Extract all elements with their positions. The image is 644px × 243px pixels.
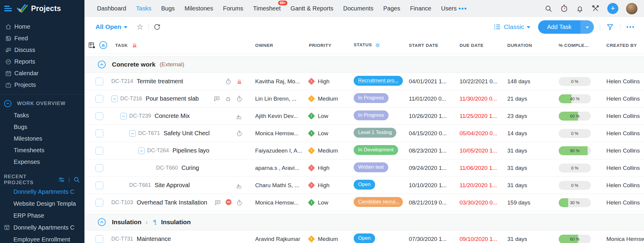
start-date-cell[interactable]: 08/23/2020 1... <box>409 147 460 154</box>
more-options-button[interactable]: ••• <box>626 24 635 30</box>
hamburger-menu-icon[interactable] <box>4 4 12 13</box>
recent-project-item[interactable]: ERP Phase <box>0 210 84 222</box>
status-badge[interactable]: In Progress <box>354 110 389 120</box>
tab-documents[interactable]: Documents <box>343 3 373 14</box>
due-date-cell[interactable]: 11/20/2020 1... <box>460 182 507 189</box>
due-date-cell[interactable]: 03/30/2020 0... <box>460 199 507 206</box>
priority-cell[interactable]: !Low <box>309 113 354 119</box>
add-task-split-button[interactable]: Add Task <box>538 20 594 34</box>
progress-bar[interactable]: 0 % <box>559 77 591 86</box>
recent-project-item[interactable]: Website Design Templa <box>0 198 84 210</box>
due-date-cell[interactable]: 10/05/2020 1... <box>460 147 507 154</box>
owner-cell[interactable]: Kavitha Raj, Mo... <box>255 78 309 85</box>
collapse-subtasks-button[interactable]: – <box>111 96 118 102</box>
status-badge[interactable]: Level 1 Testing <box>354 128 396 138</box>
start-date-cell[interactable]: 04/15/2020 0... <box>409 130 460 137</box>
start-date-cell[interactable]: 04/01/2021 1... <box>409 78 460 85</box>
sidebar-item-home[interactable]: Home <box>0 21 84 33</box>
tab-milestones[interactable]: Milestones <box>185 3 213 14</box>
status-badge[interactable]: In Development <box>354 145 398 155</box>
task-name-link[interactable]: Pour basement slab <box>146 95 199 102</box>
user-avatar[interactable] <box>626 3 637 14</box>
priority-cell[interactable]: !Medium <box>309 147 354 154</box>
refresh-icon[interactable] <box>153 23 161 31</box>
comment-icon[interactable] <box>214 199 221 206</box>
recent-project-item[interactable]: Donnelly Apartments C <box>0 186 84 198</box>
alarm-icon[interactable] <box>236 78 243 85</box>
due-date-cell[interactable]: 09/10/2020 1... <box>460 236 507 242</box>
tab-pages[interactable]: Pages <box>383 3 400 14</box>
task-name-link[interactable]: Pipelines layo <box>172 147 209 154</box>
status-badge[interactable]: In Progress <box>354 93 389 103</box>
owner-cell[interactable]: Lin Lin Brenn, ... <box>255 96 309 102</box>
progress-bar[interactable]: 90 % <box>559 146 591 155</box>
task-name-link[interactable]: Site Approval <box>155 182 190 189</box>
view-filter-dropdown[interactable]: All Open <box>95 23 127 30</box>
quick-add-button[interactable]: + <box>607 3 618 14</box>
sidebar-item-projects[interactable]: Projects <box>0 79 84 91</box>
row-checkbox[interactable] <box>95 164 103 172</box>
priority-cell[interactable]: !Medium <box>309 96 354 102</box>
work-overview-item-milestones[interactable]: Milestones <box>0 133 84 144</box>
timer-icon[interactable] <box>236 96 243 102</box>
view-mode-dropdown[interactable]: Classic <box>493 23 530 31</box>
row-checkbox[interactable] <box>95 95 103 103</box>
progress-bar[interactable]: 0 % <box>559 164 591 173</box>
tab-finance[interactable]: Finance <box>410 3 431 14</box>
due-date-cell[interactable]: 11/25/2020 1... <box>460 113 507 119</box>
priority-cell[interactable]: !Low <box>309 199 354 206</box>
task-name-link[interactable]: Safety Unit Checl <box>164 130 210 137</box>
progress-bar[interactable]: 60 % <box>559 112 591 121</box>
nav-overflow-button[interactable]: ••• <box>458 5 467 13</box>
sidebar-item-reports[interactable]: Reports <box>0 56 84 67</box>
project-filter-sliders-icon[interactable] <box>58 176 65 183</box>
owner-cell[interactable]: Charu Mathi S, ... <box>255 182 309 189</box>
tab-timesheet[interactable]: Timesheet99+ <box>253 3 281 14</box>
task-name-link[interactable]: Overhead Tank Installation <box>137 199 207 206</box>
manage-columns-icon[interactable] <box>88 41 95 49</box>
comment-icon[interactable] <box>213 95 220 102</box>
tab-users[interactable]: Users <box>441 3 457 14</box>
timer-icon[interactable] <box>236 130 243 137</box>
owner-cell[interactable]: Aravind Rajkumar <box>255 236 309 242</box>
row-checkbox[interactable] <box>95 235 103 243</box>
sidebar-item-discuss[interactable]: Discuss <box>0 44 84 56</box>
signature-icon[interactable] <box>235 113 243 120</box>
start-date-cell[interactable]: 09/24/2020 1... <box>409 165 460 171</box>
bug-icon[interactable] <box>225 95 232 102</box>
start-date-cell[interactable]: 07/30/2020 1... <box>409 236 460 242</box>
priority-cell[interactable]: !High <box>309 165 354 171</box>
column-header-owner[interactable]: OWNER <box>255 43 309 48</box>
collapse-subtasks-button[interactable]: – <box>120 113 127 119</box>
progress-bar[interactable]: 0 % <box>559 181 591 190</box>
status-settings-gear-icon[interactable] <box>375 42 380 48</box>
start-date-cell[interactable]: 08/21/2019 0... <box>409 199 460 206</box>
work-overview-item-bugs[interactable]: Bugs <box>0 121 84 133</box>
progress-bar[interactable]: 40 % <box>559 94 591 103</box>
owner-cell[interactable]: Monica Hemsw... <box>255 130 309 137</box>
add-task-dropdown-arrow[interactable] <box>580 20 594 34</box>
work-overview-item-expenses[interactable]: Expenses <box>0 156 84 168</box>
reminder-filter-icon[interactable] <box>131 42 138 48</box>
favorite-star-icon[interactable]: ☆ <box>136 23 143 31</box>
start-date-cell[interactable]: 11/01/2020 0... <box>409 96 460 102</box>
progress-bar[interactable]: 0 % <box>559 129 591 138</box>
status-badge[interactable]: Recruitment pro... <box>354 76 403 86</box>
row-checkbox[interactable] <box>95 78 103 85</box>
row-checkbox[interactable] <box>95 130 103 137</box>
column-header-start-date[interactable]: START DATE <box>409 43 460 48</box>
status-badge[interactable]: Candidate recrui... <box>354 197 403 207</box>
due-date-cell[interactable]: 05/04/2020 0... <box>460 130 507 137</box>
sidebar-item-feed[interactable]: Feed <box>0 33 84 44</box>
row-checkbox[interactable] <box>95 182 103 189</box>
progress-bar[interactable]: 60 % <box>559 235 591 243</box>
status-badge[interactable]: Open <box>354 180 375 190</box>
column-header-task[interactable]: TASK <box>115 43 128 48</box>
owner-cell[interactable]: aparna.s , Aravi... <box>255 165 309 171</box>
project-search-icon[interactable] <box>73 176 80 183</box>
row-checkbox[interactable] <box>95 199 103 207</box>
tools-icon[interactable] <box>591 4 600 13</box>
start-date-cell[interactable]: 10/26/2020 1... <box>409 113 460 119</box>
column-header-status[interactable]: STATUS <box>354 42 409 48</box>
due-date-cell[interactable]: 10/22/2021 0... <box>460 78 507 85</box>
